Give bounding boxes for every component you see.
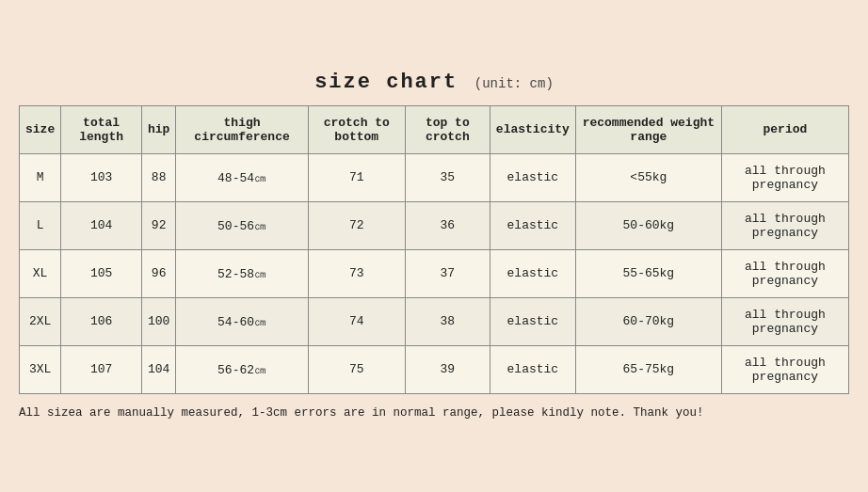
cell-row1-col0: L: [20, 201, 61, 249]
cell-row0-col1: 103: [61, 153, 142, 201]
cell-row3-col2: 100: [141, 297, 175, 345]
cell-row0-col8: all through pregnancy: [721, 153, 848, 201]
cell-row0-col2: 88: [141, 153, 175, 201]
cell-row1-col3: 50-56㎝: [176, 201, 308, 249]
table-row: XL1059652-58㎝7337elastic55-65kgall throu…: [20, 249, 849, 297]
cell-row1-col4: 72: [308, 201, 405, 249]
cell-row0-col4: 71: [308, 153, 405, 201]
cell-row4-col2: 104: [141, 345, 175, 393]
table-row: 3XL10710456-62㎝7539elastic65-75kgall thr…: [20, 345, 849, 393]
cell-row3-col8: all through pregnancy: [721, 297, 848, 345]
cell-row0-col3: 48-54㎝: [176, 153, 308, 201]
cell-row2-col3: 52-58㎝: [176, 249, 308, 297]
cell-row3-col1: 106: [61, 297, 142, 345]
table-row: 2XL10610054-60㎝7438elastic60-70kgall thr…: [20, 297, 849, 345]
chart-title: size chart: [314, 71, 458, 94]
cell-row3-col6: elastic: [490, 297, 575, 345]
table-header-row: size total length hip thigh circumferenc…: [20, 105, 849, 153]
cell-row1-col7: 50-60kg: [575, 201, 721, 249]
cell-row0-col0: M: [20, 153, 61, 201]
col-elasticity: elasticity: [490, 105, 575, 153]
cell-row1-col6: elastic: [490, 201, 575, 249]
cell-row4-col0: 3XL: [20, 345, 61, 393]
unit-label: (unit: cm): [474, 76, 554, 91]
cell-row0-col5: 35: [405, 153, 490, 201]
col-top-crotch: top to crotch: [405, 105, 490, 153]
cell-row1-col8: all through pregnancy: [721, 201, 848, 249]
cell-row4-col1: 107: [61, 345, 142, 393]
cell-row3-col5: 38: [405, 297, 490, 345]
cell-row2-col0: XL: [20, 249, 61, 297]
cell-row1-col2: 92: [141, 201, 175, 249]
cell-row4-col6: elastic: [490, 345, 575, 393]
cell-row4-col4: 75: [308, 345, 405, 393]
col-thigh: thigh circumference: [176, 105, 308, 153]
cell-row4-col7: 65-75kg: [575, 345, 721, 393]
page-wrapper: size chart (unit: cm) size total length …: [19, 71, 849, 422]
cell-row1-col5: 36: [405, 201, 490, 249]
table-row: L1049250-56㎝7236elastic50-60kgall throug…: [20, 201, 849, 249]
cell-row3-col3: 54-60㎝: [176, 297, 308, 345]
col-period: period: [721, 105, 848, 153]
cell-row2-col4: 73: [308, 249, 405, 297]
cell-row2-col1: 105: [61, 249, 142, 297]
size-chart-table: size total length hip thigh circumferenc…: [19, 105, 849, 394]
col-weight: recommended weight range: [575, 105, 721, 153]
cell-row2-col5: 37: [405, 249, 490, 297]
col-hip: hip: [141, 105, 175, 153]
cell-row4-col3: 56-62㎝: [176, 345, 308, 393]
footnote: All sizea are manually measured, 1-3cm e…: [19, 404, 849, 422]
col-crotch-bottom: crotch to bottom: [308, 105, 405, 153]
table-row: M1038848-54㎝7135elastic<55kgall through …: [20, 153, 849, 201]
cell-row2-col7: 55-65kg: [575, 249, 721, 297]
col-size: size: [20, 105, 61, 153]
cell-row4-col5: 39: [405, 345, 490, 393]
cell-row3-col4: 74: [308, 297, 405, 345]
title-row: size chart (unit: cm): [19, 71, 849, 94]
cell-row0-col7: <55kg: [575, 153, 721, 201]
cell-row1-col1: 104: [61, 201, 142, 249]
cell-row2-col6: elastic: [490, 249, 575, 297]
cell-row3-col0: 2XL: [20, 297, 61, 345]
cell-row3-col7: 60-70kg: [575, 297, 721, 345]
cell-row0-col6: elastic: [490, 153, 575, 201]
col-total-length: total length: [61, 105, 142, 153]
cell-row2-col8: all through pregnancy: [721, 249, 848, 297]
cell-row2-col2: 96: [141, 249, 175, 297]
cell-row4-col8: all through pregnancy: [721, 345, 848, 393]
